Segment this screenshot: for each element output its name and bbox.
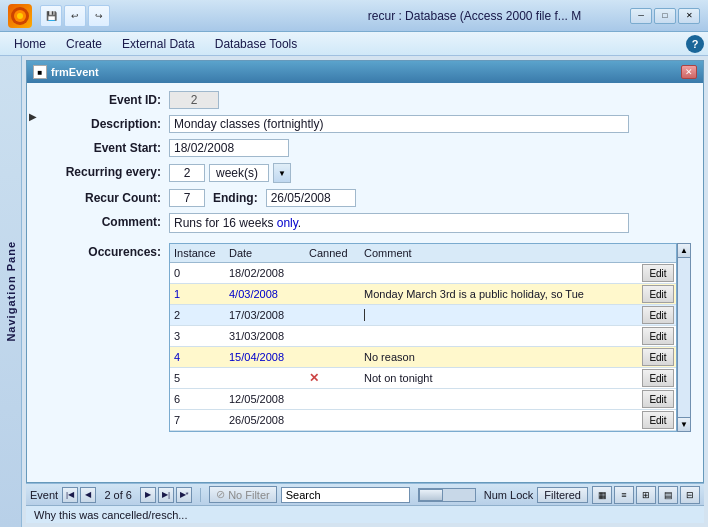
table-row: 0 18/02/2008 Edit — [170, 263, 676, 284]
edit-button-6[interactable]: Edit — [642, 390, 674, 408]
edit-button-2[interactable]: Edit — [642, 306, 674, 324]
no-filter-btn[interactable]: ⊘ No Filter — [209, 486, 277, 503]
prev-record-btn[interactable]: ◀ — [80, 487, 96, 503]
edit-button-0[interactable]: Edit — [642, 264, 674, 282]
table-row: 5 ✕ Not on tonight Edit — [170, 368, 676, 389]
status-bar: Event |◀ ◀ 2 of 6 ▶ ▶| ▶* ⊘ No Filter Se… — [26, 483, 704, 505]
occurrences-header: Instance Date Canned Comment — [170, 244, 676, 263]
recur-count-controls: Ending: — [169, 189, 356, 207]
vertical-scrollbar[interactable]: ▲ ▼ — [677, 243, 691, 432]
menu-external-data[interactable]: External Data — [112, 35, 205, 53]
info-text: Why this was cancelled/resch... — [34, 509, 187, 521]
horizontal-scrollbar[interactable] — [418, 488, 476, 502]
scroll-down-btn[interactable]: ▼ — [678, 417, 690, 431]
edit-btn-1[interactable]: Edit — [638, 284, 676, 304]
occurrences-section: Occurences: Instance Date Canned Comment — [51, 243, 691, 432]
redo-btn[interactable]: ↪ — [88, 5, 110, 27]
title-bar-left: 💾 ↩ ↪ — [8, 4, 319, 28]
edit-button-4[interactable]: Edit — [642, 348, 674, 366]
cell-date-4: 15/04/2008 — [225, 350, 305, 364]
view-icon-3[interactable]: ⊞ — [636, 486, 656, 504]
edit-btn-6[interactable]: Edit — [638, 389, 676, 409]
menu-create[interactable]: Create — [56, 35, 112, 53]
edit-btn-0[interactable]: Edit — [638, 263, 676, 283]
recurring-unit-display: week(s) — [209, 164, 269, 182]
help-icon[interactable]: ? — [686, 35, 704, 53]
close-btn[interactable]: ✕ — [678, 8, 700, 24]
view-icon-4[interactable]: ▤ — [658, 486, 678, 504]
ending-label: Ending: — [213, 191, 258, 205]
form-window: ■ frmEvent ✕ ▶ Event ID: — [26, 60, 704, 483]
last-record-btn[interactable]: ▶| — [158, 487, 174, 503]
cell-date-6: 12/05/2008 — [225, 392, 305, 406]
edit-button-5[interactable]: Edit — [642, 369, 674, 387]
menu-bar: Home Create External Data Database Tools… — [0, 32, 708, 56]
new-record-btn[interactable]: ▶* — [176, 487, 192, 503]
edit-button-3[interactable]: Edit — [642, 327, 674, 345]
cell-canned-7 — [305, 419, 360, 421]
cell-instance-1: 1 — [170, 287, 225, 301]
recur-controls: week(s) ▼ — [169, 163, 291, 183]
svg-point-2 — [17, 13, 23, 19]
cell-comment-3 — [360, 335, 638, 337]
search-input[interactable] — [325, 489, 405, 501]
recur-count-input[interactable] — [169, 189, 205, 207]
ending-date-input[interactable] — [266, 189, 356, 207]
edit-btn-7[interactable]: Edit — [638, 410, 676, 430]
no-filter-icon: ⊘ — [216, 488, 225, 501]
table-row: 2 17/03/2008 Edit — [170, 305, 676, 326]
edit-button-1[interactable]: Edit — [642, 285, 674, 303]
recurring-value-input[interactable] — [169, 164, 205, 182]
comment-display[interactable]: Runs for 16 weeks only. — [169, 213, 629, 233]
content-area: ■ frmEvent ✕ ▶ Event ID: — [22, 56, 708, 527]
view-icon-1[interactable]: ▦ — [592, 486, 612, 504]
record-nav-label: Event — [30, 489, 58, 501]
form-close-btn[interactable]: ✕ — [681, 65, 697, 79]
canned-x-icon: ✕ — [309, 371, 319, 385]
table-row: 1 4/03/2008 Monday March 3rd is a public… — [170, 284, 676, 305]
edit-btn-3[interactable]: Edit — [638, 326, 676, 346]
view-icon-5[interactable]: ⊟ — [680, 486, 700, 504]
table-row: 7 26/05/2008 Edit — [170, 410, 676, 431]
first-record-btn[interactable]: |◀ — [62, 487, 78, 503]
edit-btn-2[interactable]: Edit — [638, 305, 676, 325]
event-start-input[interactable] — [169, 139, 289, 157]
status-icons: ▦ ≡ ⊞ ▤ ⊟ — [592, 486, 700, 504]
edit-btn-4[interactable]: Edit — [638, 347, 676, 367]
edit-button-7[interactable]: Edit — [642, 411, 674, 429]
navigation-pane[interactable]: Navigation Pane — [0, 56, 22, 527]
info-bar: Why this was cancelled/resch... — [26, 505, 704, 523]
menu-home[interactable]: Home — [4, 35, 56, 53]
menu-database-tools[interactable]: Database Tools — [205, 35, 308, 53]
header-comment: Comment — [360, 246, 676, 260]
cell-comment-6 — [360, 398, 638, 400]
main-layout: Navigation Pane ■ frmEvent ✕ ▶ Event I — [0, 56, 708, 527]
cell-date-0: 18/02/2008 — [225, 266, 305, 280]
cell-date-2: 17/03/2008 — [225, 308, 305, 322]
scroll-up-btn[interactable]: ▲ — [678, 244, 690, 258]
cell-comment-0 — [360, 272, 638, 274]
description-label: Description: — [51, 115, 161, 131]
recurring-dropdown-btn[interactable]: ▼ — [273, 163, 291, 183]
edit-btn-5[interactable]: Edit — [638, 368, 676, 388]
minimize-btn[interactable]: ─ — [630, 8, 652, 24]
maximize-btn[interactable]: □ — [654, 8, 676, 24]
record-navigation: Event |◀ ◀ 2 of 6 ▶ ▶| ▶* — [30, 487, 192, 503]
event-id-row: Event ID: — [51, 91, 691, 109]
search-label: Search — [286, 489, 321, 501]
description-input[interactable] — [169, 115, 629, 133]
view-icon-2[interactable]: ≡ — [614, 486, 634, 504]
cell-canned-0 — [305, 272, 360, 274]
next-record-btn[interactable]: ▶ — [140, 487, 156, 503]
undo-btn[interactable]: ↩ — [64, 5, 86, 27]
search-box: Search — [281, 487, 410, 503]
filtered-badge[interactable]: Filtered — [537, 487, 588, 503]
table-row: 4 15/04/2008 No reason Edit — [170, 347, 676, 368]
cell-comment-7 — [360, 419, 638, 421]
cell-canned-6 — [305, 398, 360, 400]
record-position: 2 of 6 — [98, 489, 138, 501]
occurrences-container: Instance Date Canned Comment 0 18/02/200… — [169, 243, 691, 432]
save-btn[interactable]: 💾 — [40, 5, 62, 27]
scrollbar-thumb[interactable] — [419, 489, 443, 501]
occurrences-table: Instance Date Canned Comment 0 18/02/200… — [169, 243, 677, 432]
